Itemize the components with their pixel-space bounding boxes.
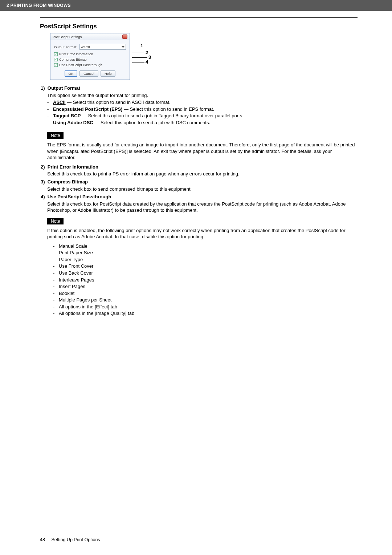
item-3: 3) Compress Bitmap Select this check box… xyxy=(41,179,358,192)
footer-title: Setting Up Print Options xyxy=(51,537,100,542)
output-format-options: ASCII — Select this option to send in AS… xyxy=(47,99,358,126)
chapter-header: 2 PRINTING FROM WINDOWS xyxy=(0,0,392,11)
dialog-figure: PostScript Settings Output Format: ASCII… xyxy=(50,33,358,80)
output-format-label: Output Format: xyxy=(54,45,77,49)
checkbox-icon xyxy=(54,63,58,67)
numbered-list: 1) Output Format This option selects the… xyxy=(41,85,358,317)
output-format-row: Output Format: ASCII xyxy=(54,44,126,50)
chapter-header-text: 2 PRINTING FROM WINDOWS xyxy=(7,3,71,8)
note-tag: Note xyxy=(47,218,64,224)
checkbox-passthrough[interactable]: Use PostScript Passthrough xyxy=(54,63,126,67)
checkbox-icon xyxy=(54,58,58,61)
opt-label: ASCII xyxy=(53,100,66,105)
list-item: Insert Pages xyxy=(53,283,358,290)
output-format-value: ASCII xyxy=(81,45,90,49)
dialog-button-row: OK Cancel Help xyxy=(54,70,126,77)
checkbox-label: Use PostScript Passthrough xyxy=(59,63,102,67)
note-tag: Note xyxy=(47,132,64,139)
page-content: PostScript Settings PostScript Settings … xyxy=(0,11,392,331)
cancel-button[interactable]: Cancel xyxy=(79,70,98,77)
opt-label: Encapsulated PostScript (EPS) xyxy=(53,106,122,112)
item-desc: Select this check box to send compressed… xyxy=(47,186,358,193)
chevron-down-icon xyxy=(122,46,124,48)
item-title: Use PostScript Passthrough xyxy=(48,194,111,199)
callout-4: 4 xyxy=(146,59,148,65)
dialog-titlebar: PostScript Settings xyxy=(50,33,130,40)
checkbox-compress-bitmap[interactable]: Compress Bitmap xyxy=(54,57,126,61)
callout-3: 3 xyxy=(148,54,151,60)
callout-1: 1 xyxy=(140,43,143,48)
list-item: Use Front Cover xyxy=(53,263,358,270)
affected-options-list: Manual Scale Print Paper Size Paper Type… xyxy=(53,243,358,317)
item-number: 2) xyxy=(41,164,45,170)
footer-text: 48 Setting Up Print Options xyxy=(40,537,358,542)
list-item: Manual Scale xyxy=(53,243,358,250)
checkbox-icon xyxy=(54,52,58,56)
item-desc: Select this check box to print a PS erro… xyxy=(47,171,358,177)
close-icon[interactable] xyxy=(122,35,127,39)
callout-2: 2 xyxy=(146,50,148,55)
list-item: Print Paper Size xyxy=(53,250,358,256)
list-item: Interleave Pages xyxy=(53,277,358,283)
ok-button[interactable]: OK xyxy=(65,70,78,77)
opt-text: — Select this option to send in EPS form… xyxy=(122,106,214,112)
dialog-body: Output Format: ASCII Print Error Informa… xyxy=(50,40,130,80)
list-item: ASCII — Select this option to send in AS… xyxy=(47,99,358,106)
opt-text: — Select this option to send a job in Ta… xyxy=(81,113,244,118)
checkbox-label: Compress Bitmap xyxy=(59,57,87,61)
list-item: All options in the [Image Quality] tab xyxy=(53,310,358,317)
list-item: Using Adobe DSC — Select this option to … xyxy=(47,119,358,126)
section-title: PostScript Settings xyxy=(40,23,358,30)
item-title: Print Error Information xyxy=(48,164,98,170)
opt-label: Using Adobe DSC xyxy=(53,120,93,125)
list-item: Tagged BCP — Select this option to send … xyxy=(47,113,358,119)
item-2: 2) Print Error Information Select this c… xyxy=(41,164,358,177)
list-item: Multiple Pages per Sheet xyxy=(53,297,358,303)
opt-text: — Select this option to send a job with … xyxy=(93,120,210,125)
checkbox-label: Print Error Information xyxy=(59,52,93,56)
list-item: Paper Type xyxy=(53,256,358,263)
note-intro: If this option is enabled, the following… xyxy=(47,227,358,240)
page-footer: 48 Setting Up Print Options xyxy=(0,534,392,550)
item-number: 3) xyxy=(41,179,45,185)
list-item: All options in the [Effect] tab xyxy=(53,304,358,310)
checkbox-print-error[interactable]: Print Error Information xyxy=(54,52,126,56)
page-number: 48 xyxy=(40,537,50,542)
output-format-select[interactable]: ASCII xyxy=(79,44,126,50)
opt-label: Tagged BCP xyxy=(53,113,81,118)
list-item: Booklet xyxy=(53,290,358,297)
item-desc: Select this check box for PostScript dat… xyxy=(47,201,358,214)
help-button[interactable]: Help xyxy=(101,70,116,77)
callout-numbers: 1 2 3 4 xyxy=(132,33,151,64)
footer-rule xyxy=(40,534,358,534)
list-item: Use Back Cover xyxy=(53,270,358,276)
item-desc: This option selects the output format fo… xyxy=(47,92,358,99)
note-text: The EPS format is usually used for creat… xyxy=(47,142,358,161)
opt-text: — Select this option to send in ASCII da… xyxy=(66,100,171,105)
section-rule xyxy=(40,17,358,18)
item-number: 4) xyxy=(41,194,45,199)
item-4: 4) Use PostScript Passthrough Select thi… xyxy=(41,194,358,317)
item-title: Output Format xyxy=(48,85,80,91)
dialog-title-text: PostScript Settings xyxy=(53,35,82,39)
list-item: Encapsulated PostScript (EPS) — Select t… xyxy=(47,106,358,113)
item-1: 1) Output Format This option selects the… xyxy=(41,85,358,161)
postscript-settings-dialog: PostScript Settings Output Format: ASCII… xyxy=(50,33,130,80)
item-number: 1) xyxy=(41,85,45,91)
item-title: Compress Bitmap xyxy=(48,179,88,185)
